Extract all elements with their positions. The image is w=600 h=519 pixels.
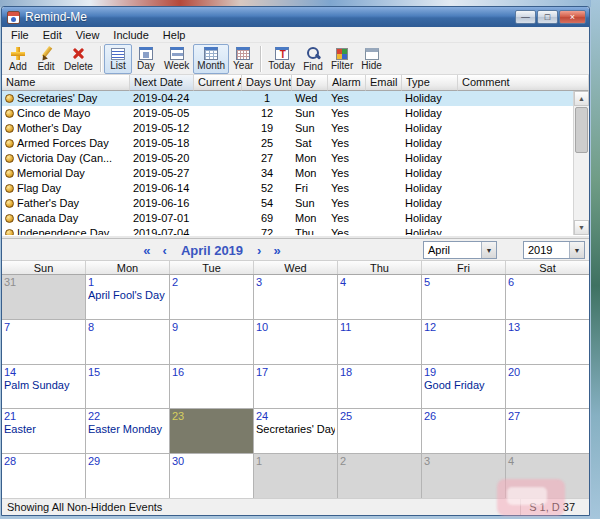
calendar-day-11[interactable]: 11 xyxy=(338,320,422,364)
table-row[interactable]: Flag Day2019-06-1452FriYesHoliday xyxy=(2,181,589,196)
column-header-name[interactable]: Name xyxy=(2,75,130,91)
year-select[interactable]: 2019 ▼ xyxy=(523,241,585,259)
column-header-type[interactable]: Type xyxy=(402,75,458,91)
calendar-day-16[interactable]: 16 xyxy=(170,365,254,409)
menu-file[interactable]: File xyxy=(4,28,36,42)
scroll-down-icon[interactable]: ▼ xyxy=(574,220,589,235)
menu-help[interactable]: Help xyxy=(156,28,193,42)
scroll-up-icon[interactable]: ▲ xyxy=(574,91,589,106)
calendar-day-31[interactable]: 31 xyxy=(2,275,86,319)
table-row[interactable]: Independence Day2019-07-0472ThuYesHolida… xyxy=(2,226,589,235)
calendar-day-1[interactable]: 1April Fool's Day xyxy=(86,275,170,319)
calendar-day-23[interactable]: 23 xyxy=(170,409,254,453)
table-row[interactable]: Secretaries' Day2019-04-241WedYesHoliday xyxy=(2,91,589,106)
next-month-icon[interactable]: › xyxy=(251,243,267,258)
calendar-day-1[interactable]: 1 xyxy=(254,454,338,498)
toolbar-week-button[interactable]: Week xyxy=(160,44,193,74)
calendar-day-21[interactable]: 21Easter xyxy=(2,409,86,453)
toolbar-delete-button[interactable]: Delete xyxy=(60,44,97,74)
calendar-day-22[interactable]: 22Easter Monday xyxy=(86,409,170,453)
toolbar-hide-button[interactable]: Hide xyxy=(357,44,386,74)
table-row[interactable]: Father's Day2019-06-1654SunYesHoliday xyxy=(2,196,589,211)
calendar-day-13[interactable]: 13 xyxy=(506,320,589,364)
calendar-day-20[interactable]: 20 xyxy=(506,365,589,409)
calendar-day-15[interactable]: 15 xyxy=(86,365,170,409)
toolbar-year-button[interactable]: Year xyxy=(229,44,257,74)
column-header-days_until[interactable]: Days Until xyxy=(242,75,292,91)
calendar-day-18[interactable]: 18 xyxy=(338,365,422,409)
menu-include[interactable]: Include xyxy=(106,28,155,42)
month-select[interactable]: April ▼ xyxy=(423,241,497,259)
close-icon[interactable]: × xyxy=(559,10,586,24)
cell-name: Cinco de Mayo xyxy=(2,106,130,121)
calendar-day-4[interactable]: 4 xyxy=(338,275,422,319)
calendar-day-17[interactable]: 17 xyxy=(254,365,338,409)
toolbar-list-button[interactable]: List xyxy=(104,44,132,74)
calendar-day-2[interactable]: 2 xyxy=(170,275,254,319)
calendar-day-27[interactable]: 27 xyxy=(506,409,589,453)
day-number: 4 xyxy=(508,455,587,468)
toolbar-month-button[interactable]: Month xyxy=(193,44,229,74)
prev-year-icon[interactable]: « xyxy=(137,243,156,258)
calendar-day-6[interactable]: 6 xyxy=(506,275,589,319)
calendar-day-25[interactable]: 25 xyxy=(338,409,422,453)
list-scrollbar[interactable]: ▲ ▼ xyxy=(573,91,589,235)
calendar-day-4[interactable]: 4 xyxy=(506,454,589,498)
toolbar-today-button[interactable]: Today xyxy=(264,44,299,74)
calendar-day-19[interactable]: 19Good Friday xyxy=(422,365,506,409)
calendar-day-26[interactable]: 26 xyxy=(422,409,506,453)
menu-edit[interactable]: Edit xyxy=(36,28,69,42)
column-header-alarm[interactable]: Alarm xyxy=(328,75,366,91)
toolbar-list-label: List xyxy=(110,61,126,71)
calendar-day-24[interactable]: 24Secretaries' Day xyxy=(254,409,338,453)
day-number: 2 xyxy=(340,455,419,468)
calendar-day-8[interactable]: 8 xyxy=(86,320,170,364)
calendar-day-2[interactable]: 2 xyxy=(338,454,422,498)
calendar-day-29[interactable]: 29 xyxy=(86,454,170,498)
calendar-day-14[interactable]: 14Palm Sunday xyxy=(2,365,86,409)
column-header-email[interactable]: Email xyxy=(366,75,402,91)
calendar-day-12[interactable]: 12 xyxy=(422,320,506,364)
column-header-comment[interactable]: Comment xyxy=(458,75,589,91)
cell-day: Thu xyxy=(292,226,328,235)
calendar-day-3[interactable]: 3 xyxy=(254,275,338,319)
prev-month-icon[interactable]: ‹ xyxy=(157,243,173,258)
toolbar-edit-button[interactable]: Edit xyxy=(32,44,60,74)
toolbar-add-button[interactable]: Add xyxy=(4,44,32,74)
table-row[interactable]: Canada Day2019-07-0169MonYesHoliday xyxy=(2,211,589,226)
calendar-day-7[interactable]: 7 xyxy=(2,320,86,364)
table-row[interactable]: Cinco de Mayo2019-05-0512SunYesHoliday xyxy=(2,106,589,121)
window-controls: — □ × xyxy=(515,10,586,24)
table-row[interactable]: Victoria Day (Can...2019-05-2027MonYesHo… xyxy=(2,151,589,166)
calendar-day-3[interactable]: 3 xyxy=(422,454,506,498)
column-header-day[interactable]: Day xyxy=(292,75,328,91)
event-name: Father's Day xyxy=(17,197,79,209)
titlebar[interactable]: Remind-Me — □ × xyxy=(2,7,589,27)
calendar-week: 14Palm Sunday1516171819Good Friday20 xyxy=(2,365,589,410)
column-header-current_age[interactable]: Current Age xyxy=(194,75,242,91)
menu-view[interactable]: View xyxy=(69,28,107,42)
table-row[interactable]: Memorial Day2019-05-2734MonYesHoliday xyxy=(2,166,589,181)
maximize-icon[interactable]: □ xyxy=(537,10,558,24)
calendar-day-9[interactable]: 9 xyxy=(170,320,254,364)
calendar-day-30[interactable]: 30 xyxy=(170,454,254,498)
column-header-next_date[interactable]: Next Date xyxy=(130,75,194,91)
chevron-down-icon[interactable]: ▼ xyxy=(569,242,584,258)
toolbar-find-button[interactable]: Find xyxy=(299,44,327,74)
minimize-icon[interactable]: — xyxy=(515,10,536,24)
next-year-icon[interactable]: » xyxy=(267,243,286,258)
calendar-day-10[interactable]: 10 xyxy=(254,320,338,364)
scrollbar-thumb[interactable] xyxy=(575,107,588,153)
desktop-background-right xyxy=(591,0,600,519)
table-row[interactable]: Armed Forces Day2019-05-1825SatYesHolida… xyxy=(2,136,589,151)
calendar-day-28[interactable]: 28 xyxy=(2,454,86,498)
toolbar-filter-button[interactable]: Filter xyxy=(327,44,357,74)
toolbar-edit-label: Edit xyxy=(37,62,54,72)
cell-day: Mon xyxy=(292,151,328,166)
toolbar-day-button[interactable]: Day xyxy=(132,44,160,74)
day-number: 14 xyxy=(4,366,83,379)
calendar-day-5[interactable]: 5 xyxy=(422,275,506,319)
cell-next_date: 2019-06-14 xyxy=(130,181,194,196)
table-row[interactable]: Mother's Day2019-05-1219SunYesHoliday xyxy=(2,121,589,136)
chevron-down-icon[interactable]: ▼ xyxy=(481,242,496,258)
